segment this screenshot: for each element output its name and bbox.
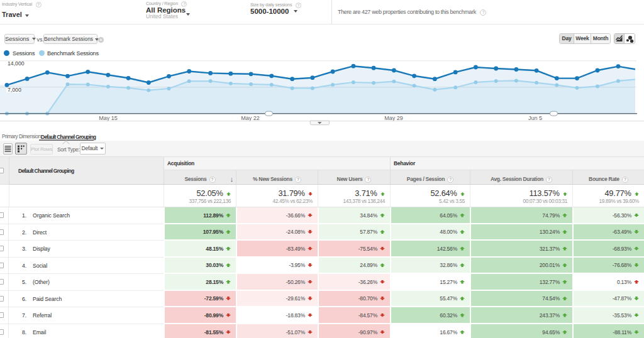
svg-text:7,000: 7,000	[8, 87, 21, 93]
svg-text:14,000: 14,000	[8, 60, 25, 67]
svg-text:May 22: May 22	[241, 115, 260, 121]
svg-text:May 15: May 15	[99, 115, 118, 121]
svg-text:Jun 5: Jun 5	[528, 115, 542, 121]
svg-text:May 29: May 29	[384, 115, 403, 121]
